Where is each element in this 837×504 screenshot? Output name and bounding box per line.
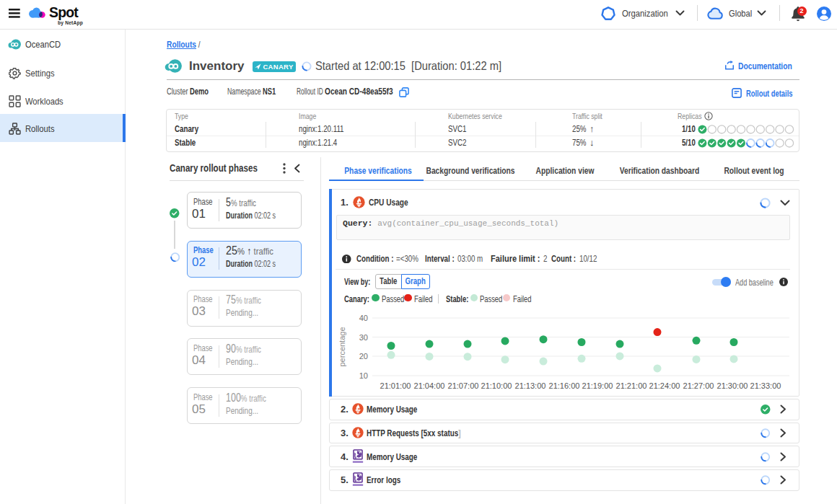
svg-text:10: 10 — [359, 371, 368, 380]
svg-text:percentage: percentage — [338, 327, 346, 366]
svg-text:21:10:00: 21:10:00 — [481, 381, 512, 390]
svg-text:30: 30 — [359, 333, 368, 342]
svg-text:21:27:00: 21:27:00 — [683, 381, 714, 390]
svg-text:20: 20 — [359, 352, 368, 361]
svg-text:21:24:00: 21:24:00 — [649, 381, 680, 390]
svg-text:21:07:00: 21:07:00 — [448, 381, 479, 390]
svg-text:21:01:00: 21:01:00 — [380, 381, 411, 390]
svg-text:21:19:00: 21:19:00 — [582, 381, 613, 390]
svg-text:21:21:00: 21:21:00 — [616, 381, 647, 390]
svg-text:21:04:00: 21:04:00 — [414, 381, 445, 390]
svg-text:21:16:00: 21:16:00 — [549, 381, 580, 390]
svg-text:21:33:00: 21:33:00 — [750, 381, 781, 390]
svg-text:40: 40 — [359, 314, 368, 322]
svg-text:21:30:00: 21:30:00 — [717, 381, 748, 390]
svg-text:21:13:00: 21:13:00 — [515, 381, 546, 390]
